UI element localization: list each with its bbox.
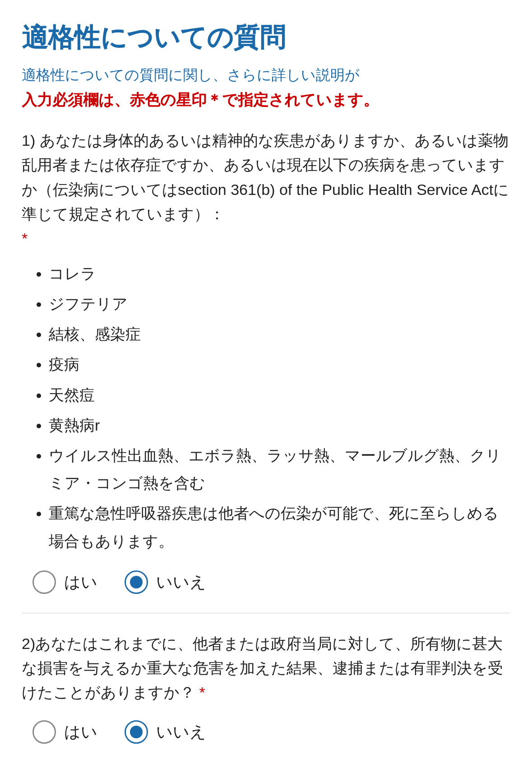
list-item: 重篤な急性呼吸器疾患は他者への伝染が可能で、死に至らしめる場合もあります。	[49, 500, 510, 555]
question-2-yes-text: はい	[64, 719, 97, 745]
question-1-yes-radio[interactable]	[32, 570, 56, 594]
question-1-text: 1) あなたは身体的あるいは精神的な疾患がありますか、あるいは薬物乱用者または依…	[22, 128, 510, 251]
list-item: 黄熱病r	[49, 412, 510, 439]
question-1-radio-group: はい いいえ	[22, 570, 510, 595]
required-notice: 入力必須欄は、赤色の星印＊で指定されています。	[22, 88, 510, 112]
list-item: コレラ	[49, 260, 510, 287]
page-title: 適格性についての質問	[22, 22, 510, 53]
list-item: 結核、感染症	[49, 320, 510, 348]
question-1-yes-text: はい	[64, 570, 97, 595]
question-2-no-radio-inner	[130, 726, 143, 738]
question-2-no-radio[interactable]	[125, 720, 148, 744]
question-1-no-label[interactable]: いいえ	[125, 570, 206, 595]
list-item: 天然痘	[49, 381, 510, 409]
question-2-no-label[interactable]: いいえ	[125, 719, 206, 745]
question-2-yes-radio[interactable]	[32, 720, 56, 744]
section-divider	[22, 613, 510, 613]
list-item: ウイルス性出血熱、エボラ熱、ラッサ熱、マールブルグ熱、クリミア・コンゴ熱を含む	[49, 442, 510, 497]
question-2-no-text: いいえ	[156, 719, 206, 745]
question-2-text: 2)あなたはこれまでに、他者または政府当局に対して、所有物に甚大な損害を与えるか…	[22, 631, 510, 705]
question-2-radio-group: はい いいえ	[22, 719, 510, 745]
question-1-no-radio[interactable]	[125, 570, 148, 594]
question-1-no-radio-inner	[130, 576, 143, 588]
list-item: ジフテリア	[49, 290, 510, 318]
question-2-block: 2)あなたはこれまでに、他者または政府当局に対して、所有物に甚大な損害を与えるか…	[22, 631, 510, 745]
disease-list: コレラ ジフテリア 結核、感染症 疫病 天然痘 黄熱病r ウイルス性出血熱、エボ…	[22, 260, 510, 555]
question-1-block: 1) あなたは身体的あるいは精神的な疾患がありますか、あるいは薬物乱用者または依…	[22, 128, 510, 595]
question-2-yes-label[interactable]: はい	[32, 719, 97, 745]
list-item: 疫病	[49, 351, 510, 378]
question-2-required-star: *	[199, 684, 205, 701]
page-subtitle: 適格性についての質問に関し、さらに詳しい説明が	[22, 64, 510, 87]
question-1-no-text: いいえ	[156, 570, 206, 595]
question-1-yes-label[interactable]: はい	[32, 570, 97, 595]
question-1-required-star: *	[22, 230, 28, 247]
